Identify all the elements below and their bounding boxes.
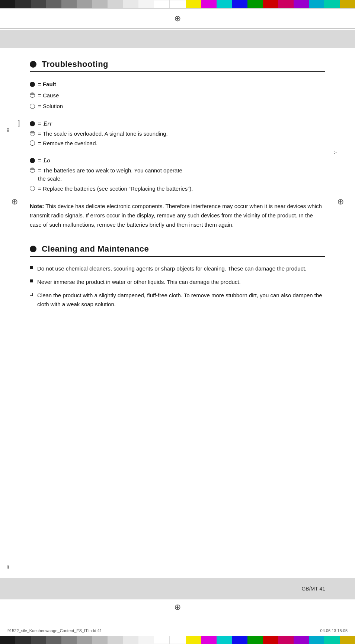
err-block: = Err = The scale is overloaded. A signa… [30, 120, 325, 148]
cleaning-item-3: Clean the product with a slightly dampen… [30, 291, 325, 309]
legend-solution-label: = Solution [38, 101, 63, 111]
lo-solution-text: = Replace the batteries (see section “Re… [38, 185, 193, 193]
side-mark-colon: :- [334, 149, 337, 155]
side-bracket-left: ] [18, 119, 20, 127]
err-cause-text: = The scale is overloaded. A signal tone… [38, 130, 168, 138]
legend-fault-icon [30, 82, 35, 87]
cleaning-title: Cleaning and Maintenance [42, 244, 149, 254]
cleaning-list: Do not use chemical cleaners, scouring a… [30, 264, 325, 309]
lo-bullet [30, 158, 35, 163]
bottom-crosshair: ⊕ [174, 602, 181, 612]
legend: = Fault = Cause = Solution [30, 80, 325, 111]
footer-page-info: GB/MT 41 [301, 586, 325, 592]
lo-title-text: Lo [44, 157, 50, 164]
top-registration-area: ⊕ [0, 8, 355, 29]
cleaning-section-title: Cleaning and Maintenance [30, 244, 325, 257]
err-bullet [30, 121, 35, 126]
legend-fault: = Fault [30, 80, 325, 89]
legend-solution: = Solution [30, 101, 325, 111]
note-label: Note: [30, 203, 44, 209]
legend-cause: = Cause [30, 91, 325, 100]
err-solution-icon [30, 140, 35, 146]
footer-gray-bar: GB/MT 41 [0, 578, 355, 599]
legend-fault-label: = Fault [38, 80, 56, 89]
cleaning-bullet [30, 246, 36, 252]
cleaning-item-1-bullet [30, 266, 33, 269]
cleaning-item-3-bullet [30, 293, 33, 296]
err-solution-text: = Remove the overload. [38, 139, 97, 148]
footer-filename-row: 91522_silv_Kuechenwaage_Content_ES_IT.in… [0, 628, 355, 633]
bottom-it-mark: it [7, 564, 9, 570]
legend-solution-icon [30, 104, 35, 109]
color-bar-bottom [0, 636, 355, 644]
section-bullet [30, 61, 36, 68]
err-cause: = The scale is overloaded. A signal tone… [30, 130, 325, 138]
err-cause-icon [30, 131, 35, 136]
side-mark-g: g [7, 126, 9, 132]
top-crosshair: ⊕ [174, 14, 181, 23]
cleaning-item-1-text: Do not use chemical cleaners, scouring a… [37, 264, 306, 273]
lo-cause: = The batteries are too weak to weigh. Y… [30, 166, 325, 183]
legend-cause-icon [30, 93, 35, 98]
troubleshooting-title: Troubleshooting [42, 59, 108, 69]
troubleshooting-section-title: Troubleshooting [30, 59, 325, 72]
err-title-text: Err [44, 120, 52, 127]
lo-title-row: = Lo [30, 157, 325, 164]
cleaning-item-2-text: Never immerse the product in water or ot… [37, 278, 241, 287]
legend-cause-label: = Cause [38, 91, 59, 100]
cleaning-item-3-text: Clean the product with a slightly dampen… [37, 291, 325, 309]
header-gray-bar [0, 30, 355, 48]
footer-filename: 91522_silv_Kuechenwaage_Content_ES_IT.in… [7, 628, 102, 633]
color-bar-top [0, 0, 355, 8]
footer-datetime: 04.06.13 15:05 [320, 628, 348, 633]
note-text: This device has delicate electronic comp… [30, 203, 322, 228]
lo-solution: = Replace the batteries (see section “Re… [30, 185, 325, 193]
lo-solution-icon [30, 186, 35, 191]
right-crosshair: ⊕ [337, 197, 344, 207]
note-block: Note: This device has delicate electroni… [30, 202, 325, 229]
cleaning-item-2: Never immerse the product in water or ot… [30, 278, 325, 287]
lo-cause-icon [30, 168, 35, 173]
err-solution: = Remove the overload. [30, 139, 325, 148]
left-crosshair: ⊕ [11, 197, 18, 207]
err-title-row: = Err [30, 120, 325, 127]
lo-cause-line2: the scale. [38, 175, 62, 182]
lo-cause-line1: = The batteries are too weak to weigh. Y… [38, 167, 182, 174]
lo-block: = Lo = The batteries are too weak to wei… [30, 157, 325, 193]
cleaning-item-1: Do not use chemical cleaners, scouring a… [30, 264, 325, 273]
footer-white: ⊕ 91522_silv_Kuechenwaage_Content_ES_IT.… [0, 599, 355, 636]
main-content: Troubleshooting = Fault = Cause = Soluti… [30, 48, 325, 577]
cleaning-item-2-bullet [30, 279, 33, 282]
cleaning-section: Cleaning and Maintenance Do not use chem… [30, 244, 325, 309]
